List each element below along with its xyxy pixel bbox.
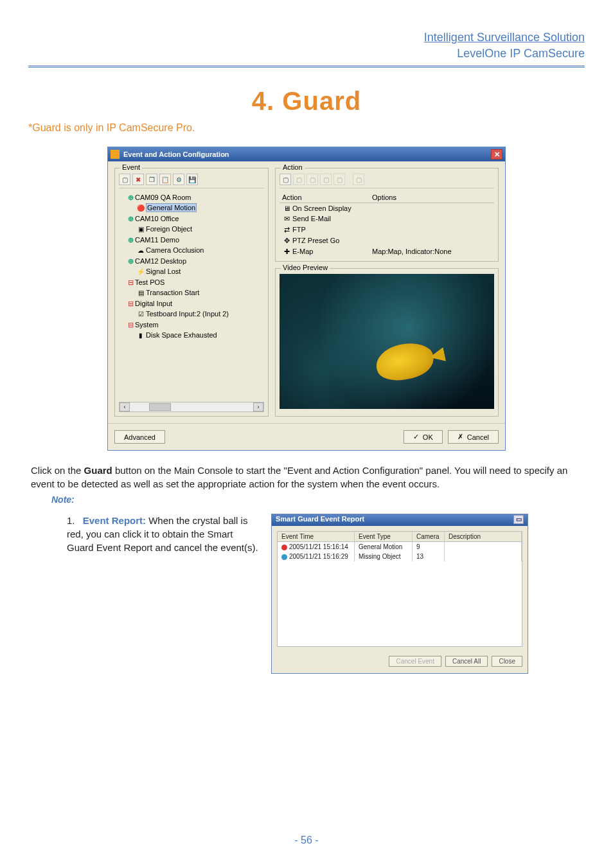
- header-line2: LevelOne IP CamSecure: [28, 47, 585, 60]
- guard-pro-note: *Guard is only in IP CamSecure Pro.: [28, 122, 585, 134]
- preview-legend: Video Preview: [281, 264, 330, 271]
- event-legend: Event: [120, 163, 142, 171]
- report-row[interactable]: 2005/11/21 15:16:14 General Motion 9: [278, 542, 522, 552]
- tb-a6-icon[interactable]: ▢: [353, 174, 364, 185]
- action-label[interactable]: PTZ Preset Go: [292, 237, 339, 244]
- tree-node[interactable]: CAM10 Office: [135, 215, 179, 222]
- report-row[interactable]: 2005/11/21 15:16:29 Missing Object 13: [278, 552, 522, 561]
- page-number: - 56 -: [0, 835, 613, 846]
- disk-icon: ▮: [137, 330, 145, 341]
- col-camera[interactable]: Camera: [413, 532, 445, 541]
- scroll-right-icon[interactable]: ›: [253, 402, 263, 411]
- tb-props-icon[interactable]: ⚙: [173, 174, 184, 185]
- warning-icon: [111, 150, 120, 159]
- tb-copy-icon[interactable]: ❐: [146, 174, 157, 185]
- occlusion-icon: ☁: [137, 246, 145, 256]
- digital-input-icon: ⊟: [128, 300, 134, 307]
- tree-leaf[interactable]: Foreign Object: [146, 225, 192, 233]
- tree-node[interactable]: CAM09 QA Room: [135, 194, 191, 201]
- action-label[interactable]: Send E-Mail: [292, 215, 331, 222]
- action-label[interactable]: FTP: [292, 226, 306, 233]
- col-event-type[interactable]: Event Type: [355, 532, 413, 541]
- horizontal-scrollbar[interactable]: ‹ ›: [119, 402, 264, 412]
- tb-new-action-icon[interactable]: ▢: [280, 174, 291, 185]
- input-icon: ☑: [137, 309, 145, 320]
- event-tree[interactable]: ⊕CAM09 QA Room 🔴General Motion ⊕CAM10 Of…: [119, 192, 264, 398]
- action-legend: Action: [281, 163, 305, 171]
- osd-icon: 🖥: [282, 204, 291, 212]
- camera-icon: ⊕: [128, 236, 134, 244]
- tb-save-icon[interactable]: 💾: [186, 174, 198, 185]
- dialog-titlebar[interactable]: Event and Action Configuration ✕: [108, 147, 505, 161]
- chapter-title: 4. Guard: [28, 87, 585, 116]
- foreign-object-icon: ▣: [137, 224, 145, 235]
- tree-leaf[interactable]: Disk Space Exhausted: [146, 331, 217, 339]
- camera-icon: ⊕: [128, 257, 134, 265]
- cancel-button[interactable]: ✗Cancel: [448, 430, 499, 444]
- action-options: [369, 235, 494, 246]
- camera-icon: ⊕: [128, 194, 134, 201]
- signal-lost-icon: ⚡: [137, 267, 145, 277]
- ptz-icon: ✥: [282, 237, 291, 245]
- tree-leaf[interactable]: Testboard Input:2 (Input 2): [146, 310, 229, 318]
- action-options: [369, 224, 494, 235]
- tb-a3-icon[interactable]: ▢: [306, 174, 318, 185]
- motion-icon: 🔴: [137, 203, 145, 213]
- tb-a4-icon[interactable]: ▢: [320, 174, 332, 185]
- event-fieldset: Event ▢ ✖ ❐ 📋 ⚙ 💾 ⊕CAM09 QA Room 🔴Genera…: [114, 168, 269, 417]
- tree-leaf[interactable]: Transaction Start: [146, 289, 199, 296]
- cancel-all-button[interactable]: Cancel All: [445, 656, 488, 667]
- tree-leaf[interactable]: Camera Occlusion: [146, 246, 204, 254]
- ftp-icon: ⇄: [282, 226, 291, 234]
- tb-paste-icon[interactable]: 📋: [159, 174, 171, 185]
- scroll-left-icon[interactable]: ‹: [120, 402, 130, 411]
- tree-node[interactable]: CAM12 Desktop: [135, 257, 186, 265]
- camera-icon: ⊕: [128, 215, 134, 222]
- video-preview-fieldset: Video Preview: [275, 268, 499, 417]
- tree-node[interactable]: Digital Input: [135, 300, 172, 307]
- note-label: Note:: [51, 494, 585, 505]
- emap-icon: ✚: [282, 248, 291, 256]
- close-button[interactable]: Close: [492, 656, 522, 667]
- tree-leaf[interactable]: General Motion: [146, 203, 197, 212]
- x-icon: ✗: [458, 433, 463, 441]
- tree-node[interactable]: CAM11 Demo: [135, 236, 179, 244]
- tree-node[interactable]: System: [135, 321, 159, 329]
- tb-delete-icon[interactable]: ✖: [132, 174, 144, 185]
- action-options: Map:Map, Indicator:None: [369, 246, 494, 257]
- action-label[interactable]: On Screen Display: [292, 204, 351, 212]
- tree-leaf[interactable]: Signal Lost: [146, 267, 181, 275]
- event-action-dialog: Event and Action Configuration ✕ Event ▢…: [107, 147, 506, 451]
- report-title: Smart Guard Event Report: [276, 515, 364, 525]
- tree-node[interactable]: Test POS: [135, 278, 164, 286]
- ok-button[interactable]: ✓OK: [404, 430, 443, 444]
- report-grid[interactable]: Event Time Event Type Camera Description…: [277, 531, 522, 647]
- video-preview: [280, 274, 494, 409]
- scroll-thumb[interactable]: [149, 403, 171, 411]
- tb-new-icon[interactable]: ▢: [119, 174, 130, 185]
- minimize-icon[interactable]: ▭: [513, 515, 524, 524]
- report-titlebar[interactable]: Smart Guard Event Report ▭: [272, 514, 528, 526]
- action-options: [369, 203, 494, 213]
- action-label[interactable]: E-Map: [292, 248, 313, 255]
- action-col-header: Action: [280, 192, 369, 203]
- close-icon[interactable]: ✕: [491, 149, 502, 159]
- list-item-1: 1. Event Report: When the crystal ball i…: [67, 514, 260, 554]
- event-toolbar: ▢ ✖ ❐ 📋 ⚙ 💾: [119, 174, 264, 188]
- crystal-ball-icon: [281, 554, 287, 560]
- col-event-time[interactable]: Event Time: [278, 532, 355, 541]
- crystal-ball-icon: [281, 545, 287, 550]
- system-icon: ⊟: [128, 321, 134, 329]
- action-list[interactable]: Action Options 🖥On Screen Display ✉Send …: [280, 192, 494, 257]
- cancel-event-button[interactable]: Cancel Event: [389, 656, 441, 667]
- col-description[interactable]: Description: [445, 532, 522, 541]
- advanced-button[interactable]: Advanced: [114, 430, 165, 444]
- tb-a5-icon[interactable]: ▢: [333, 174, 345, 185]
- options-col-header: Options: [369, 192, 494, 203]
- header-line1: Intelligent Surveillance Solution: [28, 31, 585, 44]
- body-paragraph: Click on the Guard button on the Main Co…: [31, 464, 582, 491]
- dialog-title: Event and Action Configuration: [123, 150, 229, 158]
- tb-a2-icon[interactable]: ▢: [293, 174, 305, 185]
- event-report-dialog: Smart Guard Event Report ▭ Event Time Ev…: [271, 514, 528, 674]
- mail-icon: ✉: [282, 215, 291, 223]
